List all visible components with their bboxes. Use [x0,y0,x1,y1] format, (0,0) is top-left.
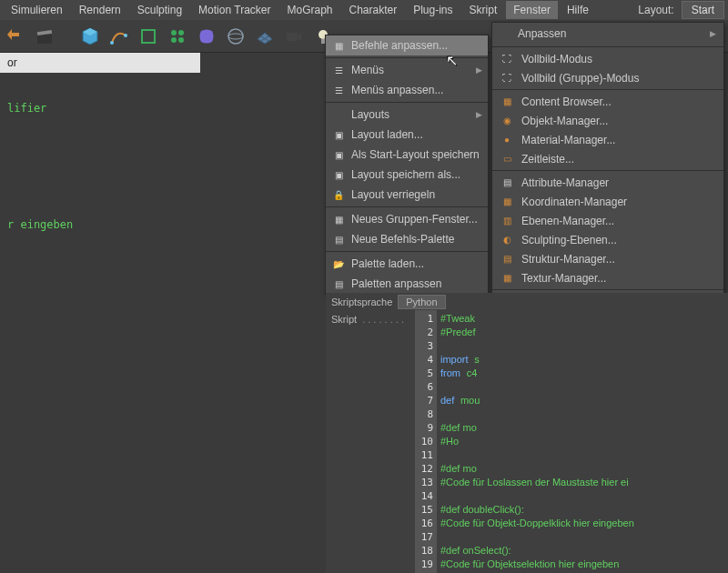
timeline-icon: ▭ [500,152,514,166]
layers-icon: ▥ [500,214,514,228]
clapper-icon[interactable] [33,25,56,48]
code-body[interactable]: #Tweak#Predefimport sfrom c4def mou#def … [437,310,638,573]
cube-icon[interactable] [78,25,102,48]
menu-skript[interactable]: Skript [462,1,505,19]
script-label: Skript [331,314,357,325]
menuitem-textur-manager[interactable]: ▦Textur-Manager... [492,268,723,287]
menuitem-layout-verriegeln[interactable]: 🔒Layout verriegeln [326,185,488,205]
menuitem-attribute-manager[interactable]: ▤Attribute-Manager [492,173,723,192]
undo-icon[interactable] [4,25,27,48]
menuitem-content-browser[interactable]: ▦Content Browser... [492,92,723,111]
commands-icon: ▦ [331,38,346,53]
camera-icon[interactable] [282,25,306,48]
browser-icon: ▦ [500,95,514,109]
sculpt-icon: ◐ [500,233,514,247]
input-field[interactable]: or [0,53,200,73]
menu-fenster[interactable]: Fenster [506,1,558,19]
svg-point-7 [171,37,177,43]
menuitem-ebenen-manager[interactable]: ▥Ebenen-Manager... [492,211,723,230]
menuitem-layouts[interactable]: Layouts▶ [326,105,488,125]
svg-point-5 [171,30,177,35]
nurbs-icon[interactable] [136,25,160,48]
layout-icon: ▣ [331,127,346,142]
menus-icon: ☰ [331,63,346,77]
structure-icon: ▤ [500,252,514,266]
menuitem-layout-speichern[interactable]: ▣Layout speichern als... [326,165,488,185]
spline-icon[interactable] [107,25,131,48]
svg-point-2 [110,41,114,45]
chevron-right-icon: ▶ [476,65,482,75]
adjust-icon: ▤ [331,276,346,291]
fullscreen-group-icon: ⛶ [500,71,514,85]
menuitem-befehls-palette[interactable]: ▤Neue Befehls-Palette [326,229,488,249]
menu-sculpting[interactable]: Sculpting [130,1,189,19]
svg-point-9 [228,29,243,44]
menuitem-vollbild-gruppe[interactable]: ⛶Vollbild (Gruppe)-Modus [492,68,723,87]
chevron-right-icon: ▶ [710,29,716,38]
environment-icon[interactable] [224,25,248,48]
menuitem-paletten-anpassen[interactable]: ▤Paletten anpassen [326,274,488,294]
menu-rendern[interactable]: Rendern [72,1,128,19]
svg-rect-4 [142,30,155,43]
menuitem-sculpting-ebenen[interactable]: ◐Sculpting-Ebenen... [492,230,723,249]
save-as-icon: ▣ [331,167,346,182]
material-icon: ● [500,133,514,147]
fenster-dropdown: ▦Befehle anpassen... ☰Menüs▶ ☰Menüs anpa… [325,35,489,295]
palette-icon: ▤ [331,232,346,246]
window-icon: ▦ [331,212,346,226]
menu-mograph[interactable]: MoGraph [279,1,339,19]
svg-point-3 [124,34,127,37]
script-lang-label: Skriptsprache [331,297,392,307]
menuitem-layout-laden[interactable]: ▣Layout laden... [326,125,488,145]
code-text: lifier [0,100,200,116]
texture-icon: ▦ [500,271,514,286]
code-text: r eingeben [0,216,200,233]
menuitem-objekt-manager[interactable]: ◉Objekt-Manager... [492,111,723,130]
svg-rect-0 [37,35,52,44]
deformer-icon[interactable] [195,25,218,48]
menuitem-als-start[interactable]: ▣Als Start-Layout speichern [326,145,488,165]
object-icon: ◉ [500,114,514,128]
menuitem-gruppen-fenster[interactable]: ▦Neues Gruppen-Fenster... [326,209,488,229]
save-icon: ▣ [331,147,346,162]
svg-point-10 [228,34,243,39]
menuitem-material-manager[interactable]: ●Material-Manager... [492,130,723,149]
menuitem-menus-anpassen[interactable]: ☰Menüs anpassen... [326,80,488,100]
menuitem-befehle-anpassen[interactable]: ▦Befehle anpassen... [326,35,488,55]
menuitem-anpassen[interactable]: Anpassen▶ [492,23,723,45]
menu-motion-tracker[interactable]: Motion Tracker [191,1,278,19]
svg-point-8 [178,37,184,43]
script-lang-selector[interactable]: Python [398,295,445,309]
coord-icon: ▦ [500,195,514,209]
open-icon: 📂 [331,256,346,271]
left-panel: or lifier r eingeben [0,53,200,573]
menuitem-palette-laden[interactable]: 📂Palette laden... [326,254,488,274]
layout-selector[interactable]: Start [682,1,724,19]
menu-hilfe[interactable]: Hilfe [560,1,596,19]
layout-label: Layout: [638,4,673,16]
menuitem-koordinaten-manager[interactable]: ▦Koordinaten-Manager [492,192,723,211]
list-icon: ☰ [331,83,346,97]
fullscreen-icon: ⛶ [500,52,514,66]
attribute-icon: ▤ [500,176,514,190]
script-editor: Skriptsprache Python Skript . . . . . . … [326,293,728,573]
chevron-right-icon: ▶ [476,110,482,119]
floor-icon[interactable] [253,25,277,48]
menuitem-menus[interactable]: ☰Menüs▶ [326,60,488,80]
menubar: Simulieren Rendern Sculpting Motion Trac… [0,0,728,20]
menuitem-zeitleiste[interactable]: ▭Zeitleiste... [492,149,723,168]
menu-simulieren[interactable]: Simulieren [4,1,70,19]
svg-rect-13 [287,33,298,41]
menuitem-struktur-manager[interactable]: ▤Struktur-Manager... [492,249,723,268]
array-icon[interactable] [166,25,189,48]
line-gutter: 12345678910111213141516171819 [415,310,437,573]
menu-charakter[interactable]: Charakter [342,1,405,19]
svg-point-6 [178,30,184,35]
menu-plugins[interactable]: Plug-ins [406,1,460,19]
menuitem-vollbild[interactable]: ⛶Vollbild-Modus [492,49,723,68]
lock-icon: 🔒 [331,187,346,202]
